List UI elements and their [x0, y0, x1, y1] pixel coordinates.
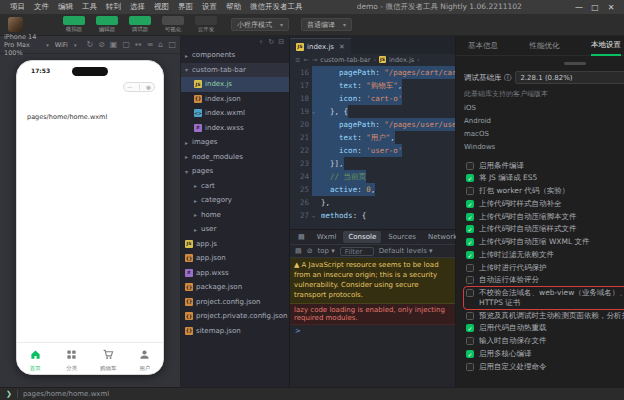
- miniprogram-capsule[interactable]: ⋯ ◎: [123, 82, 155, 92]
- checkbox-checked-icon[interactable]: ✓: [466, 174, 474, 182]
- menu-item-工具[interactable]: 工具: [78, 2, 101, 12]
- menu-item-选择[interactable]: 选择: [126, 2, 149, 12]
- fold-icon[interactable]: ⌄: [312, 105, 315, 118]
- tree-item-pages[interactable]: ▾pages: [181, 164, 289, 179]
- console-tab-sources[interactable]: Sources: [383, 231, 421, 243]
- base-library-select[interactable]: 2.28.1 (0.82%) ▾: [515, 71, 624, 84]
- home-icon[interactable]: ⌂: [158, 40, 163, 49]
- log-levels-select[interactable]: Default levels ▾: [379, 247, 433, 255]
- list-icon[interactable]: ≡: [295, 56, 300, 64]
- details-tab-基本信息[interactable]: 基本信息: [468, 37, 498, 55]
- checkbox-checked-icon[interactable]: ✓: [466, 251, 474, 259]
- setting-row-0[interactable]: 启用条件编译: [464, 159, 624, 172]
- tree-item-index.js[interactable]: JSindex.js: [181, 77, 289, 92]
- block-icon[interactable]: ⊘: [98, 40, 105, 49]
- setting-row-15[interactable]: 启用自定义处理命令: [464, 360, 624, 373]
- checkbox-unchecked-icon[interactable]: [466, 276, 474, 284]
- maximize-button[interactable]: □: [588, 3, 602, 12]
- tree-item-node_modules[interactable]: ▸node_modules: [181, 150, 289, 165]
- console-sidebar-icon[interactable]: ▤: [295, 247, 302, 255]
- menu-item-转到[interactable]: 转到: [102, 2, 125, 12]
- setting-row-7[interactable]: ✓上传时过滤无依赖文件: [464, 248, 624, 261]
- toggle-模拟器[interactable]: 模拟器: [61, 16, 87, 33]
- frame-icon[interactable]: ▢: [122, 40, 130, 49]
- details-tab-本地设置[interactable]: 本地设置: [591, 36, 621, 56]
- minimize-button[interactable]: —: [572, 3, 586, 12]
- toggle-可视化[interactable]: 可视化: [160, 16, 186, 33]
- console-filter-input[interactable]: Filter: [340, 247, 374, 256]
- tree-item-app.js[interactable]: JSapp.js: [181, 237, 289, 252]
- menu-icon[interactable]: ≡: [147, 40, 154, 49]
- checkbox-unchecked-icon[interactable]: [466, 187, 474, 195]
- checkbox-checked-icon[interactable]: ✓: [466, 225, 474, 233]
- mode-select[interactable]: 小程序模式▾: [231, 18, 289, 31]
- drag-handle[interactable]: [564, 62, 586, 65]
- setting-row-12[interactable]: ✓启用代码自动热重载: [464, 322, 624, 335]
- menu-item-设置[interactable]: 设置: [198, 2, 221, 12]
- phone-tab-购物车[interactable]: 购物车: [90, 343, 127, 374]
- setting-row-13[interactable]: 输入时自动保存文件: [464, 335, 624, 348]
- menu-item-视图[interactable]: 视图: [150, 2, 173, 12]
- tree-item-app.wxss[interactable]: #app.wxss: [181, 266, 289, 281]
- checkbox-checked-icon[interactable]: ✓: [466, 200, 474, 208]
- clear-console-icon[interactable]: ⊘: [307, 247, 313, 255]
- tree-item-project.private.config.json[interactable]: {}project.private.config.json: [181, 309, 289, 324]
- tree-item-index.json[interactable]: {}index.json: [181, 92, 289, 107]
- setting-row-1[interactable]: ✓将 JS 编译成 ES5: [464, 172, 624, 185]
- details-tab-性能优化[interactable]: 性能优化: [530, 37, 560, 55]
- toggle-调试器[interactable]: 调试器: [127, 16, 153, 33]
- device-select[interactable]: iPhone 14 Pro Max 100%: [4, 33, 40, 57]
- tree-item-project.config.json[interactable]: {}project.config.json: [181, 295, 289, 310]
- new-file-icon[interactable]: ＋: [257, 37, 264, 47]
- tree-item-package.json[interactable]: {}package.json: [181, 280, 289, 295]
- setting-row-11[interactable]: 预览及真机调试时主动检测页面依赖，分析并按需注入 WXML: [464, 309, 624, 322]
- checkbox-unchecked-icon[interactable]: [466, 162, 474, 170]
- phone-tab-首页[interactable]: 首页: [17, 343, 54, 374]
- tree-item-components[interactable]: ▸components: [181, 48, 289, 63]
- fold-icon[interactable]: ⌄: [312, 209, 315, 222]
- collapse-all-icon[interactable]: ⊟: [278, 38, 284, 46]
- tree-item-app.json[interactable]: {}app.json: [181, 251, 289, 266]
- tree-item-images[interactable]: ▸images: [181, 135, 289, 150]
- toggle-云开发[interactable]: 云开发: [193, 16, 219, 33]
- setting-row-8[interactable]: 上传时进行代码保护: [464, 261, 624, 274]
- refresh-icon[interactable]: ↻: [86, 40, 93, 49]
- refresh-icon[interactable]: ↻: [268, 38, 274, 46]
- close-button[interactable]: ✕: [604, 3, 618, 12]
- reset-defaults-link[interactable]: 恢复默认设置: [464, 373, 624, 386]
- tree-item-home[interactable]: ▸home: [181, 208, 289, 223]
- console-tab-wxml[interactable]: Wxml: [312, 231, 342, 243]
- checkbox-unchecked-icon[interactable]: [466, 264, 474, 272]
- menu-item-微信开发者工具[interactable]: 微信开发者工具: [246, 2, 307, 12]
- screenshot-icon[interactable]: ▣: [110, 40, 118, 49]
- close-tab-icon[interactable]: ✕: [339, 43, 345, 51]
- menu-item-帮助[interactable]: 帮助: [222, 2, 245, 12]
- breadcrumb-file[interactable]: index.js: [389, 56, 414, 64]
- setting-row-3[interactable]: ✓上传代码时样式自动补全: [464, 197, 624, 210]
- checkbox-checked-icon[interactable]: ✓: [466, 350, 474, 358]
- compile-mode-select[interactable]: 普通编译▾: [301, 18, 352, 31]
- tree-item-cart[interactable]: ▸cart: [181, 179, 289, 194]
- menu-item-编辑[interactable]: 编辑: [54, 2, 77, 12]
- back-icon[interactable]: ←: [303, 56, 308, 64]
- toggle-编辑器[interactable]: 编辑器: [94, 16, 120, 33]
- checkbox-unchecked-icon[interactable]: [466, 337, 474, 345]
- console-prompt[interactable]: >: [290, 325, 455, 337]
- tree-item-index.wxml[interactable]: <>index.wxml: [181, 106, 289, 121]
- menu-item-项目[interactable]: 项目: [6, 2, 29, 12]
- checkbox-checked-icon[interactable]: ✓: [466, 213, 474, 221]
- phone-tab-用户[interactable]: 用户: [127, 343, 164, 374]
- tree-item-user[interactable]: ▸user: [181, 222, 289, 237]
- network-select[interactable]: WiFi: [55, 41, 68, 49]
- tree-item-custom-tab-bar[interactable]: ▾custom-tab-bar: [181, 63, 289, 78]
- square-icon[interactable]: □: [168, 40, 176, 49]
- more-icon[interactable]: ⋯: [127, 84, 132, 90]
- breadcrumb-folder[interactable]: custom-tab-bar: [320, 56, 370, 64]
- arrows-icon[interactable]: ↔: [135, 40, 142, 49]
- terminal-icon[interactable]: ❯: [6, 390, 12, 398]
- device-toolbar-icon[interactable]: ▤: [293, 231, 310, 243]
- checkbox-unchecked-icon[interactable]: [466, 312, 474, 320]
- menu-item-文件[interactable]: 文件: [30, 2, 53, 12]
- tree-item-sitemap.json[interactable]: {}sitemap.json: [181, 324, 289, 339]
- console-tab-console[interactable]: Console: [343, 231, 381, 243]
